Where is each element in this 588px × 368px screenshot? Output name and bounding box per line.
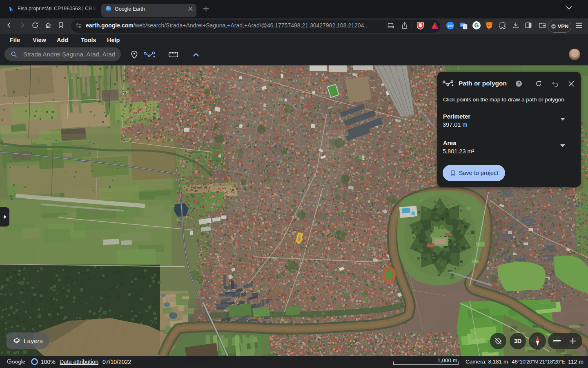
svg-text:文: 文 xyxy=(464,25,467,29)
svg-text:G: G xyxy=(461,23,463,27)
